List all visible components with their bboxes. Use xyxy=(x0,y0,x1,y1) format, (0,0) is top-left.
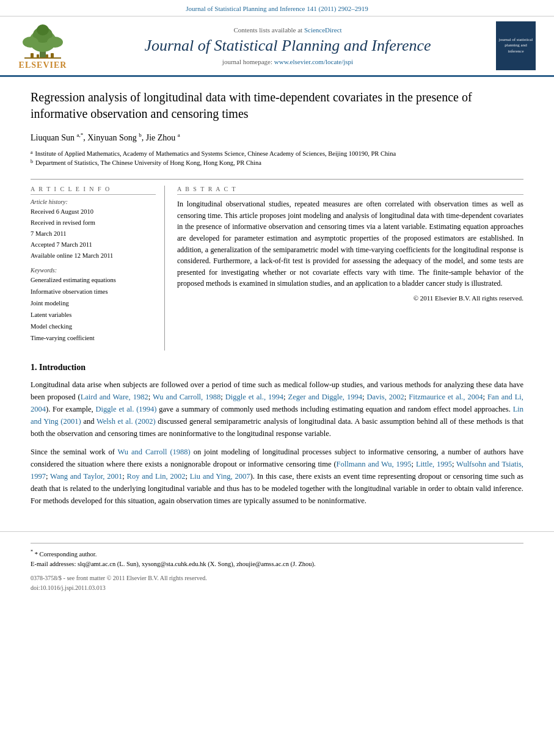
introduction-heading: 1. Introduction xyxy=(31,363,523,373)
ref-wu1988[interactable]: Wu and Carroll, 1988 xyxy=(153,393,221,401)
elsevier-logo-left: ELSEVIER xyxy=(6,21,79,70)
footer-divider xyxy=(31,543,523,543)
journal-title: Journal of Statistical Planning and Infe… xyxy=(79,36,496,55)
available-date: Available online 12 March 2011 xyxy=(31,250,156,261)
article-info-heading: A R T I C L E I N F O xyxy=(31,186,156,195)
ref-liu2007[interactable]: Liu and Ying, 2007 xyxy=(190,472,250,481)
ref-little1995[interactable]: Little, 1995 xyxy=(416,460,452,468)
sciencedirect-line: Contents lists available at ScienceDirec… xyxy=(79,26,496,34)
svg-point-4 xyxy=(23,37,38,48)
revised-date: 7 March 2011 xyxy=(31,228,156,239)
main-content: Regression analysis of longitudinal data… xyxy=(0,77,554,525)
introduction-paragraph1: Longitudinal data arise when subjects ar… xyxy=(31,379,523,440)
authors: Liuquan Sun a,*, Xinyuan Song b, Jie Zho… xyxy=(31,132,523,143)
journal-center: Contents lists available at ScienceDirec… xyxy=(79,26,496,65)
ref-roy2002[interactable]: Roy and Lin, 2002 xyxy=(127,472,186,481)
abstract-copyright: © 2011 Elsevier B.V. All rights reserved… xyxy=(177,294,523,302)
article-dates: Received 6 August 2010 Received in revis… xyxy=(31,206,156,261)
article-info-abstract-section: A R T I C L E I N F O Article history: R… xyxy=(31,179,523,351)
sciencedirect-link[interactable]: ScienceDirect xyxy=(304,26,342,34)
ref-diggle1994[interactable]: Diggle et al., 1994 xyxy=(225,393,283,401)
journal-logo-right-text: journal of statistical planning and infe… xyxy=(496,35,536,56)
svg-rect-10 xyxy=(24,57,61,59)
introduction-paragraph2: Since the seminal work of Wu and Carroll… xyxy=(31,446,523,507)
elsevier-tree-icon xyxy=(12,23,73,59)
journal-homepage: journal homepage: www.elsevier.com/locat… xyxy=(79,58,496,65)
journal-citation-link[interactable]: Journal of Statistical Planning and Infe… xyxy=(186,5,368,12)
svg-rect-9 xyxy=(51,53,54,58)
keywords-list: Generalized estimating equationsInformat… xyxy=(31,275,156,344)
keywords-label: Keywords: xyxy=(31,267,156,274)
affiliations: a Institute of Applied Mathematics, Acad… xyxy=(31,149,523,169)
ref-follmann1995[interactable]: Follmann and Wu, 1995 xyxy=(337,460,412,468)
keyword-item: Latent variables xyxy=(31,310,156,321)
license-text: 0378-3758/$ - see front matter © 2011 El… xyxy=(31,573,523,583)
footer-license: 0378-3758/$ - see front matter © 2011 El… xyxy=(31,573,523,593)
ref-welsh2002[interactable]: Welsh et al. (2002) xyxy=(97,417,156,426)
svg-rect-6 xyxy=(31,53,34,58)
abstract-heading: A B S T R A C T xyxy=(177,186,523,195)
corresponding-author-note: * * Corresponding author. E-mail address… xyxy=(31,548,523,570)
journal-logo-right: journal of statistical planning and infe… xyxy=(496,21,536,70)
ref-diggle1994-2[interactable]: Diggle et al. (1994) xyxy=(96,405,157,413)
revised-label: Received in revised form xyxy=(31,217,156,228)
keyword-item: Model checking xyxy=(31,321,156,333)
received-date: Received 6 August 2010 xyxy=(31,206,156,217)
email-label: E-mail addresses: xyxy=(31,561,76,567)
svg-point-5 xyxy=(47,37,63,48)
email-addresses: slq@amt.ac.cn (L. Sun), xysong@sta.cuhk.… xyxy=(78,561,316,567)
article-info-column: A R T I C L E I N F O Article history: R… xyxy=(31,186,165,351)
abstract-text: In longitudinal observational studies, r… xyxy=(177,198,523,289)
keyword-item: Informative observation times xyxy=(31,286,156,298)
ref-wu1988-2[interactable]: Wu and Carroll (1988) xyxy=(118,448,191,456)
ref-laird1982[interactable]: Laird and Ware, 1982 xyxy=(81,393,148,401)
elsevier-wordmark: ELSEVIER xyxy=(19,60,67,70)
svg-point-3 xyxy=(37,24,49,35)
abstract-column: A B S T R A C T In longitudinal observat… xyxy=(177,186,523,351)
keywords-section: Keywords: Generalized estimating equatio… xyxy=(31,267,156,344)
journal-homepage-link[interactable]: www.elsevier.com/locate/jspi xyxy=(274,58,353,65)
ref-fitzmaurice2004[interactable]: Fitzmaurice et al., 2004 xyxy=(409,393,483,401)
ref-wang2001[interactable]: Wang and Taylor, 2001 xyxy=(50,472,122,481)
journal-header: ELSEVIER Contents lists available at Sci… xyxy=(0,16,554,77)
keyword-item: Joint modeling xyxy=(31,298,156,310)
keyword-item: Time-varying coefficient xyxy=(31,333,156,344)
page-footer: * * Corresponding author. E-mail address… xyxy=(0,531,554,599)
article-title: Regression analysis of longitudinal data… xyxy=(31,89,523,122)
doi-text: doi:10.1016/j.jspi.2011.03.013 xyxy=(31,583,523,593)
ref-zeger1994[interactable]: Zeger and Diggle, 1994 xyxy=(288,393,362,401)
top-bar: Journal of Statistical Planning and Infe… xyxy=(0,0,554,16)
history-label: Article history: xyxy=(31,198,156,205)
keyword-item: Generalized estimating equations xyxy=(31,275,156,286)
accepted-date: Accepted 7 March 2011 xyxy=(31,239,156,250)
ref-davis2002[interactable]: Davis, 2002 xyxy=(367,393,404,401)
article-history: Article history: Received 6 August 2010 … xyxy=(31,198,156,261)
